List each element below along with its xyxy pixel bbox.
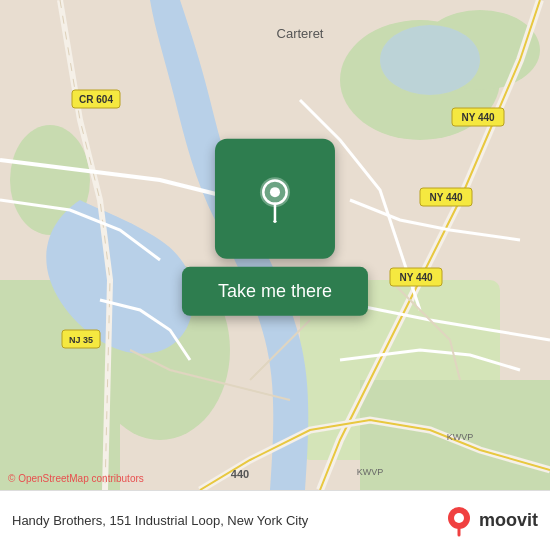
bottom-bar: Handy Brothers, 151 Industrial Loop, New… — [0, 490, 550, 550]
moovit-branding: moovit — [443, 505, 538, 537]
copyright-overlay: © OpenStreetMap contributors — [8, 473, 144, 484]
svg-point-25 — [270, 187, 280, 197]
location-pin-icon — [250, 174, 300, 224]
svg-text:KWVP: KWVP — [357, 467, 384, 477]
svg-text:NY 440: NY 440 — [429, 192, 463, 203]
moovit-label: moovit — [479, 510, 538, 531]
svg-text:CR 604: CR 604 — [79, 94, 113, 105]
take-me-there-button[interactable]: Take me there — [182, 267, 368, 316]
svg-point-28 — [454, 513, 464, 523]
svg-point-26 — [273, 220, 276, 223]
pin-container — [215, 139, 335, 259]
svg-text:NY 440: NY 440 — [399, 272, 433, 283]
svg-point-8 — [380, 25, 480, 95]
svg-text:NJ 35: NJ 35 — [69, 335, 93, 345]
svg-text:440: 440 — [231, 468, 249, 480]
svg-text:KWVP: KWVP — [447, 432, 474, 442]
map-view: NY 440 NY 440 NY 440 CR 604 NJ 35 KWVP K… — [0, 0, 550, 490]
location-address: Handy Brothers, 151 Industrial Loop, New… — [12, 513, 308, 528]
svg-text:Carteret: Carteret — [277, 26, 324, 41]
svg-text:NY 440: NY 440 — [461, 112, 495, 123]
navigation-overlay: Take me there — [182, 139, 368, 316]
moovit-logo-icon — [443, 505, 475, 537]
address-section: Handy Brothers, 151 Industrial Loop, New… — [12, 513, 308, 528]
